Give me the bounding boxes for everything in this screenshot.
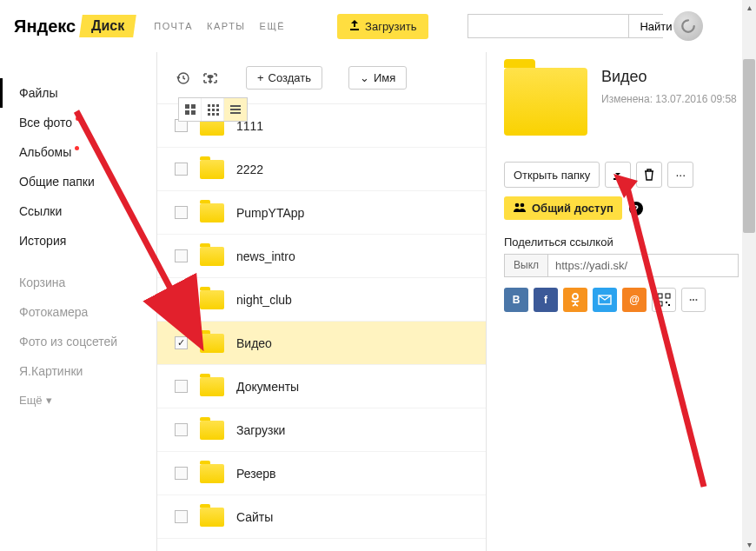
sort-label: Имя [374,71,395,84]
more-actions-button[interactable]: ··· [667,162,693,188]
svg-rect-13 [212,113,215,116]
sidebar-item-all-photos[interactable]: Все фото [0,108,156,137]
sidebar-item-history[interactable]: История [0,226,156,256]
svg-rect-4 [185,110,189,115]
yandex-logo[interactable]: Яндекс [14,17,76,37]
file-row[interactable]: Резерв [157,452,486,495]
sidebar-item-trash[interactable]: Корзина [0,268,156,297]
sidebar-item-albums[interactable]: Альбомы [0,137,156,167]
svg-point-20 [573,294,578,299]
row-checkbox[interactable] [175,249,188,262]
details-panel: Видео Изменена: 13.07.2016 09:58 Открыть… [487,52,756,551]
file-row[interactable]: Сайты [157,495,486,539]
svg-point-1 [208,75,214,78]
view-large-tiles[interactable] [179,98,202,121]
svg-rect-14 [216,113,219,116]
nav-maps[interactable]: Карты [207,21,246,31]
upload-button[interactable]: Загрузить [337,14,428,39]
create-button[interactable]: + Создать [246,66,322,90]
details-modified: Изменена: 13.07.2016 09:58 [601,93,737,105]
scrollbar-down-icon[interactable]: ▾ [742,537,756,551]
svg-rect-8 [216,104,219,107]
help-icon[interactable]: ? [629,202,643,216]
share-label: Общий доступ [532,202,613,215]
sidebar-item-shared[interactable]: Общие папки [0,167,156,196]
file-row[interactable]: 2222 [157,148,486,191]
svg-point-19 [521,203,525,208]
share-moimir-icon[interactable]: @ [622,288,647,312]
disk-logo[interactable]: Диск [79,15,136,37]
row-checkbox[interactable] [175,163,188,176]
scrollbar-thumb[interactable] [743,59,755,233]
nav-more[interactable]: Ещё [260,21,286,31]
svg-rect-25 [666,302,667,303]
share-access-button[interactable]: Общий доступ [504,196,622,220]
row-checkbox[interactable] [175,293,188,306]
file-row[interactable]: Документы [157,365,486,408]
open-folder-button[interactable]: Открыть папку [504,162,600,188]
delete-button[interactable] [636,162,662,188]
svg-rect-15 [230,105,241,107]
svg-rect-23 [666,294,670,298]
sidebar-item-ya-images[interactable]: Я.Картинки [0,356,156,386]
row-checkbox[interactable] [175,423,188,436]
svg-rect-9 [208,109,210,111]
share-fb-icon[interactable]: f [534,288,558,312]
folder-icon [200,290,224,309]
screenshot-icon[interactable] [202,70,218,86]
history-icon[interactable] [175,70,190,86]
row-checkbox[interactable] [175,467,188,480]
folder-icon [200,334,224,353]
main: + Создать ⌄ Имя 1111 2222 [157,52,486,551]
view-small-tiles[interactable] [202,98,224,121]
row-checkbox[interactable] [175,380,188,393]
svg-rect-10 [212,109,215,111]
link-input[interactable] [548,254,739,277]
badge-dot-icon [75,146,79,150]
file-name: Резерв [236,467,275,481]
share-vk-icon[interactable]: B [504,288,528,312]
file-name: Видео [236,336,272,350]
share-mail-icon[interactable] [593,288,617,312]
scrollbar-up-icon[interactable]: ▴ [742,0,756,14]
link-toggle[interactable]: Выкл [504,254,548,277]
folder-icon [200,247,224,266]
nav-mail[interactable]: Почта [154,21,193,31]
sidebar-item-files[interactable]: Файлы [0,78,156,108]
folder-icon [200,508,224,527]
plus-icon: + [257,71,264,84]
file-name: Загрузки [236,423,285,437]
view-list[interactable] [224,98,247,121]
share-qr-icon[interactable] [652,288,676,312]
file-row[interactable]: night_club [157,278,486,322]
upload-label: Загрузить [365,20,416,33]
file-row[interactable]: ✓ Видео [157,322,486,365]
file-row[interactable]: Загрузки [157,408,486,452]
sidebar-more[interactable]: Ещё▾ [0,386,156,415]
sidebar-item-links[interactable]: Ссылки [0,196,156,226]
file-list: 1111 2222 PumpYTApp news_intro night_clu [157,103,486,539]
search-input[interactable] [468,15,628,37]
row-checkbox[interactable]: ✓ [175,336,188,349]
sort-button[interactable]: ⌄ Имя [348,66,407,90]
file-row[interactable]: PumpYTApp [157,191,486,235]
svg-rect-6 [208,104,210,107]
folder-icon [200,203,224,222]
share-more-icon[interactable]: ··· [681,288,706,312]
sidebar-item-camera[interactable]: Фотокамера [0,297,156,327]
folder-icon [200,464,224,483]
share-ok-icon[interactable] [563,288,587,312]
row-checkbox[interactable] [175,206,188,219]
upload-icon [349,20,360,33]
chevron-down-icon: ⌄ [360,71,369,84]
create-label: Создать [269,71,311,84]
sidebar-item-social-photos[interactable]: Фото из соцсетей [0,327,156,356]
avatar[interactable] [673,11,703,41]
file-row[interactable]: news_intro [157,235,486,278]
scrollbar-track[interactable]: ▴ ▾ [742,0,756,551]
file-name: news_intro [236,249,295,263]
row-checkbox[interactable] [175,510,188,523]
svg-rect-24 [658,302,662,306]
download-button[interactable] [605,162,631,188]
file-name: 2222 [236,163,263,176]
